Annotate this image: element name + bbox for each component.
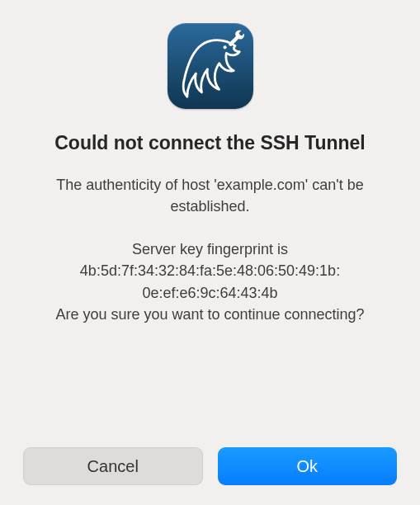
- dialog-message: The authenticity of host 'example.com' c…: [23, 174, 397, 325]
- button-row: Cancel Ok: [23, 447, 397, 485]
- dialog-title: Could not connect the SSH Tunnel: [54, 130, 366, 156]
- ok-button[interactable]: Ok: [218, 447, 398, 485]
- wrench-icon: [227, 30, 247, 50]
- cancel-button[interactable]: Cancel: [23, 447, 203, 485]
- app-icon: [168, 23, 253, 109]
